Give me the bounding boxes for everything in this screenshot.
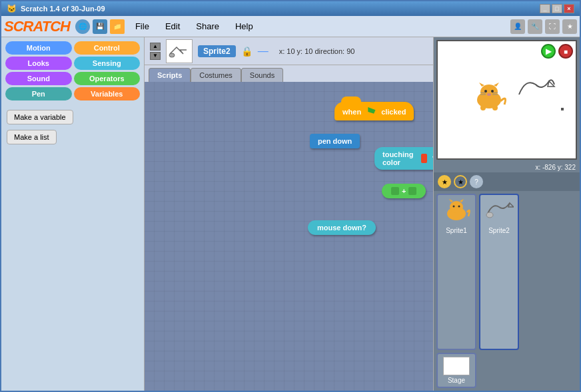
make-list-button[interactable]: Make a list xyxy=(7,130,57,144)
fullscreen-icon[interactable]: ⛶ xyxy=(545,19,560,34)
stage-dot xyxy=(561,108,564,110)
menu-share[interactable]: Share xyxy=(193,20,222,33)
script-tabs: Scripts Costumes Sounds xyxy=(145,65,433,82)
save-icon[interactable]: 💾 xyxy=(93,19,107,34)
block-when-text: when xyxy=(342,108,361,116)
menu-icons: 🌐 💾 📁 xyxy=(75,19,125,34)
stage-area: ▶ ■ xyxy=(436,40,577,160)
block-op-plus: + xyxy=(402,187,406,195)
green-flag-button[interactable]: ▶ xyxy=(541,44,556,59)
menu-right: 👤 🔧 ⛶ ★ xyxy=(510,19,577,34)
question-icon[interactable]: ? xyxy=(470,175,483,188)
title-bar-left: 🐱 Scratch 1.4 of 30-Jun-09 xyxy=(7,4,105,13)
svg-point-18 xyxy=(453,206,455,208)
svg-rect-13 xyxy=(492,105,498,110)
sprite1-thumbnail xyxy=(442,198,471,226)
folder-icon[interactable]: 📁 xyxy=(110,19,125,34)
sprite-preview xyxy=(167,41,192,62)
make-variable-button[interactable]: Make a variable xyxy=(7,110,73,124)
stop-button[interactable]: ■ xyxy=(558,44,573,59)
tab-scripts[interactable]: Scripts xyxy=(149,68,191,82)
svg-point-7 xyxy=(487,93,491,96)
category-sound[interactable]: Sound xyxy=(5,72,72,85)
title-bar-controls: _ □ × xyxy=(540,4,574,13)
sprite-collapse-button[interactable]: ▼ xyxy=(150,52,161,60)
window-title: Scratch 1.4 of 30-Jun-09 xyxy=(21,5,105,13)
op-left-icon xyxy=(391,187,399,195)
sprite2-label: Sprite2 xyxy=(488,227,510,234)
globe-icon[interactable]: 🌐 xyxy=(75,19,90,34)
menu-bar: SCRATCH 🌐 💾 📁 File Edit Share Help 👤 🔧 ⛶… xyxy=(1,16,580,37)
sprite-item-sprite2[interactable]: Sprite2 xyxy=(479,194,519,350)
block-operator-add[interactable]: + xyxy=(382,184,426,198)
main-content: Motion Control Looks Sensing Sound Opera… xyxy=(1,37,580,391)
svg-point-15 xyxy=(450,201,463,213)
svg-marker-20 xyxy=(508,203,514,207)
title-bar: 🐱 Scratch 1.4 of 30-Jun-09 _ □ × xyxy=(1,1,580,16)
svg-marker-16 xyxy=(449,199,453,202)
category-looks[interactable]: Looks xyxy=(5,57,72,70)
lock-icon: 🔒 xyxy=(241,46,253,57)
svg-rect-12 xyxy=(480,105,486,110)
stage-coords: x: -826 y: 322 xyxy=(434,162,580,172)
block-pen-down-text: pen down xyxy=(318,137,352,145)
left-blocks-area: Make a variable Make a list xyxy=(1,104,144,391)
left-panel: Motion Control Looks Sensing Sound Opera… xyxy=(1,37,145,391)
cat-sprite-stage[interactable] xyxy=(471,81,508,117)
drawing-svg xyxy=(516,75,556,108)
tab-costumes[interactable]: Costumes xyxy=(191,68,241,82)
svg-point-21 xyxy=(486,212,493,218)
category-sensing[interactable]: Sensing xyxy=(74,57,141,70)
script-canvas[interactable]: when clicked pen down touching color ? xyxy=(145,82,433,391)
user-icon[interactable]: 👤 xyxy=(510,19,525,34)
main-window: 🐱 Scratch 1.4 of 30-Jun-09 _ □ × SCRATCH… xyxy=(0,0,581,392)
category-motion[interactable]: Motion xyxy=(5,41,72,55)
svg-point-2 xyxy=(480,85,498,99)
menu-edit[interactable]: Edit xyxy=(163,20,183,33)
minus-icon: — xyxy=(258,45,269,57)
block-touching-color[interactable]: touching color ? xyxy=(374,147,433,170)
sprite-expand-button[interactable]: ▲ xyxy=(150,43,161,51)
menu-items: File Edit Share Help xyxy=(133,20,256,33)
svg-point-0 xyxy=(169,53,175,57)
stage-label: Stage xyxy=(448,377,465,384)
block-clicked-text: clicked xyxy=(381,108,406,116)
svg-point-6 xyxy=(491,90,494,93)
maximize-button[interactable]: □ xyxy=(552,4,562,13)
stage-thumbnail-item[interactable]: Stage xyxy=(436,353,476,388)
tab-sounds[interactable]: Sounds xyxy=(241,68,283,82)
svg-marker-17 xyxy=(460,199,464,202)
block-mouse-down-text: mouse down? xyxy=(317,224,366,232)
category-variables[interactable]: Variables xyxy=(74,87,141,100)
block-mouse-down[interactable]: mouse down? xyxy=(308,220,376,235)
minimize-button[interactable]: _ xyxy=(540,4,550,13)
sprite-header: ▲ ▼ Sprite2 🔒 — x: 10 y: 10 direction: 9… xyxy=(145,37,433,65)
category-control[interactable]: Control xyxy=(74,41,141,55)
present-icon[interactable]: ★ xyxy=(562,19,577,34)
cat-svg xyxy=(471,81,508,111)
sprite-selector-header: ★ ★ ? xyxy=(434,172,580,191)
category-pen[interactable]: Pen xyxy=(5,87,72,100)
close-button[interactable]: × xyxy=(564,4,574,13)
sprite-item-sprite1[interactable]: Sprite1 xyxy=(436,194,476,350)
scratch-logo: SCRATCH xyxy=(4,18,70,35)
svg-point-19 xyxy=(458,206,460,208)
star-filled-icon[interactable]: ★ xyxy=(438,175,451,188)
category-operators[interactable]: Operators xyxy=(74,72,141,85)
wrench-icon[interactable]: 🔧 xyxy=(528,19,542,34)
sprite-name[interactable]: Sprite2 xyxy=(198,45,236,57)
center-panel: ▲ ▼ Sprite2 🔒 — x: 10 y: 10 direction: 9… xyxy=(145,37,433,391)
svg-marker-4 xyxy=(494,83,499,87)
block-touching-q: ? xyxy=(432,154,433,162)
menu-help[interactable]: Help xyxy=(233,20,256,33)
sprite-thumbnail xyxy=(166,39,193,63)
block-when-clicked[interactable]: when clicked xyxy=(334,102,414,120)
block-pen-down[interactable]: pen down xyxy=(310,134,360,148)
drawing-sprite-stage[interactable] xyxy=(516,75,556,112)
op-right-icon xyxy=(408,187,416,195)
sprite2-svg xyxy=(484,198,514,222)
sprite1-label: Sprite1 xyxy=(446,227,467,234)
menu-file[interactable]: File xyxy=(133,20,152,33)
sprite-list: Sprite1 Sprite2 xyxy=(434,191,580,353)
star-outline-icon[interactable]: ★ xyxy=(454,175,467,188)
